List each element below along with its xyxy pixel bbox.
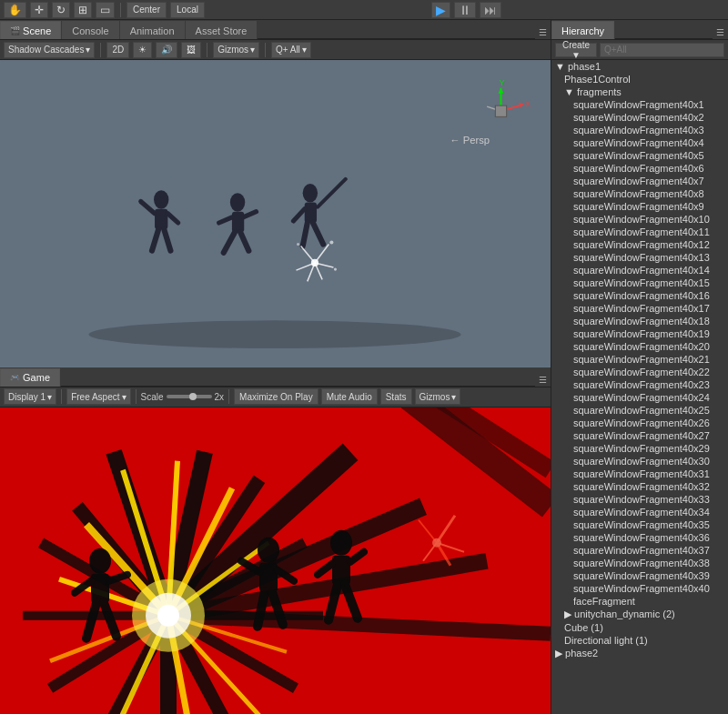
- local-button[interactable]: Local: [170, 2, 205, 18]
- hierarchy-item-sq6[interactable]: squareWindowFragment40x6: [551, 162, 728, 175]
- hierarchy-item-sq12[interactable]: squareWindowFragment40x12: [551, 238, 728, 251]
- svg-text:Y: Y: [499, 78, 504, 87]
- hierarchy-item-sq30[interactable]: squareWindowFragment40x30: [551, 455, 728, 468]
- hierarchy-item-sq11[interactable]: squareWindowFragment40x11: [551, 226, 728, 238]
- hierarchy-item-sq34[interactable]: squareWindowFragment40x34: [551, 506, 728, 518]
- all-dropdown[interactable]: Q+ All ▾: [271, 42, 311, 58]
- tab-hierarchy[interactable]: Hierarchy: [551, 21, 614, 39]
- tab-animation[interactable]: Animation: [120, 21, 185, 39]
- svg-point-28: [329, 240, 333, 244]
- hierarchy-item-phase1control[interactable]: Phase1Control: [551, 73, 728, 85]
- hierarchy-tab-bar: Hierarchy ☰: [551, 20, 728, 40]
- tool-move-button[interactable]: ✛: [30, 2, 48, 18]
- hierarchy-item-sq18[interactable]: squareWindowFragment40x18: [551, 315, 728, 327]
- tab-game[interactable]: 🎮 Game: [0, 368, 60, 387]
- mute-audio-button[interactable]: Mute Audio: [321, 388, 378, 405]
- hierarchy-item-sq13[interactable]: squareWindowFragment40x13: [551, 251, 728, 264]
- tab-scene[interactable]: 🎬 Scene: [0, 21, 61, 39]
- 2d-button[interactable]: 2D: [106, 42, 129, 58]
- scale-label: Scale: [141, 392, 164, 402]
- center-button[interactable]: Center: [126, 2, 167, 18]
- game-gizmos-dropdown[interactable]: Gizmos ▾: [415, 388, 461, 405]
- tab-console[interactable]: Console: [62, 21, 118, 39]
- create-button[interactable]: Create ▼: [555, 43, 597, 57]
- hierarchy-item-sq35[interactable]: squareWindowFragment40x35: [551, 518, 728, 531]
- hierarchy-item-sq32[interactable]: squareWindowFragment40x32: [551, 480, 728, 493]
- svg-point-70: [157, 604, 179, 626]
- scene-light-button[interactable]: ☀: [133, 42, 152, 58]
- scale-control: Scale 2x: [141, 392, 225, 402]
- scale-value: 2x: [215, 392, 225, 402]
- game-sep-2: [136, 389, 136, 404]
- hierarchy-item-sq29[interactable]: squareWindowFragment40x29: [551, 442, 728, 455]
- aspect-dropdown[interactable]: Free Aspect ▾: [66, 388, 130, 405]
- hierarchy-item-sq10[interactable]: squareWindowFragment40x10: [551, 213, 728, 226]
- hierarchy-item-sq15[interactable]: squareWindowFragment40x15: [551, 277, 728, 289]
- hierarchy-item-sq21[interactable]: squareWindowFragment40x21: [551, 353, 728, 366]
- game-sep-1: [61, 389, 62, 404]
- step-button[interactable]: ⏭: [480, 2, 501, 18]
- shadow-cascades-dropdown[interactable]: Shadow Cascades ▾: [4, 42, 95, 58]
- play-button[interactable]: ▶: [431, 2, 450, 18]
- svg-rect-38: [495, 106, 506, 116]
- hierarchy-item-sq36[interactable]: squareWindowFragment40x36: [551, 531, 728, 544]
- hierarchy-panel-menu[interactable]: ☰: [713, 25, 728, 39]
- scene-audio-button[interactable]: 🔊: [156, 42, 177, 58]
- scene-panel-menu[interactable]: ☰: [535, 25, 551, 39]
- hierarchy-item-sq2[interactable]: squareWindowFragment40x2: [551, 111, 728, 124]
- svg-rect-16: [305, 202, 317, 223]
- hierarchy-item-sq5[interactable]: squareWindowFragment40x5: [551, 149, 728, 162]
- hierarchy-item-sq37[interactable]: squareWindowFragment40x37: [551, 544, 728, 557]
- pause-button[interactable]: ⏸: [454, 2, 476, 18]
- hierarchy-item-sq17[interactable]: squareWindowFragment40x17: [551, 302, 728, 315]
- left-panel: 🎬 Scene Console Animation Asset Store ☰ …: [0, 20, 551, 714]
- hierarchy-item-sq9[interactable]: squareWindowFragment40x9: [551, 200, 728, 213]
- scale-slider[interactable]: [167, 395, 212, 398]
- toolbar-separator-1: [120, 3, 121, 17]
- tool-rotate-button[interactable]: ↻: [52, 2, 70, 18]
- hierarchy-item-sq24[interactable]: squareWindowFragment40x24: [551, 391, 728, 404]
- tab-asset-store[interactable]: Asset Store: [186, 21, 258, 39]
- hierarchy-item-cube[interactable]: Cube (1): [551, 621, 728, 634]
- gizmos-dropdown[interactable]: Gizmos ▾: [213, 42, 259, 58]
- hierarchy-item-sq26[interactable]: squareWindowFragment40x26: [551, 417, 728, 429]
- scene-image-button[interactable]: 🖼: [181, 42, 201, 58]
- hierarchy-item-sq14[interactable]: squareWindowFragment40x14: [551, 264, 728, 277]
- tool-rect-button[interactable]: ▭: [96, 2, 115, 18]
- svg-point-71: [89, 548, 111, 573]
- hierarchy-item-sq20[interactable]: squareWindowFragment40x20: [551, 340, 728, 353]
- stats-button[interactable]: Stats: [380, 388, 412, 405]
- game-panel-menu[interactable]: ☰: [535, 373, 551, 387]
- hierarchy-item-face[interactable]: faceFragment: [551, 595, 728, 608]
- hierarchy-item-sq39[interactable]: squareWindowFragment40x39: [551, 569, 728, 582]
- main-layout: 🎬 Scene Console Animation Asset Store ☰ …: [0, 20, 728, 714]
- hierarchy-item-sq19[interactable]: squareWindowFragment40x19: [551, 327, 728, 340]
- tool-hand-button[interactable]: ✋: [4, 2, 26, 18]
- maximize-on-play-button[interactable]: Maximize On Play: [234, 388, 318, 405]
- hierarchy-item-unitychan[interactable]: ▶ unitychan_dynamic (2): [551, 608, 728, 621]
- hierarchy-item-sq8[interactable]: squareWindowFragment40x8: [551, 187, 728, 200]
- display-dropdown[interactable]: Display 1 ▾: [4, 388, 56, 405]
- hierarchy-list[interactable]: ▼ phase1Phase1Control▼ fragmentssquareWi…: [551, 60, 728, 714]
- hierarchy-search-input[interactable]: [600, 43, 724, 57]
- hierarchy-item-sq1[interactable]: squareWindowFragment40x1: [551, 98, 728, 111]
- hierarchy-item-sq7[interactable]: squareWindowFragment40x7: [551, 175, 728, 187]
- hierarchy-item-sq27[interactable]: squareWindowFragment40x27: [551, 429, 728, 442]
- tool-scale-button[interactable]: ⊞: [74, 2, 92, 18]
- hierarchy-item-sq40[interactable]: squareWindowFragment40x40: [551, 582, 728, 595]
- hierarchy-item-directional[interactable]: Directional light (1): [551, 634, 728, 647]
- scene-toolbar: Shadow Cascades ▾ 2D ☀ 🔊 🖼 Gizmos ▾ Q+ A…: [0, 40, 551, 60]
- hierarchy-item-phase2[interactable]: ▶ phase2: [551, 647, 728, 660]
- hierarchy-item-sq33[interactable]: squareWindowFragment40x33: [551, 493, 728, 506]
- hierarchy-item-sq38[interactable]: squareWindowFragment40x38: [551, 557, 728, 569]
- scene-svg: Y X ← Persp: [0, 60, 551, 367]
- hierarchy-item-phase1[interactable]: ▼ phase1: [551, 60, 728, 73]
- hierarchy-item-sq25[interactable]: squareWindowFragment40x25: [551, 404, 728, 417]
- hierarchy-item-sq23[interactable]: squareWindowFragment40x23: [551, 378, 728, 391]
- hierarchy-item-sq22[interactable]: squareWindowFragment40x22: [551, 366, 728, 378]
- hierarchy-item-sq16[interactable]: squareWindowFragment40x16: [551, 289, 728, 302]
- hierarchy-item-sq31[interactable]: squareWindowFragment40x31: [551, 468, 728, 480]
- hierarchy-item-sq4[interactable]: squareWindowFragment40x4: [551, 136, 728, 149]
- hierarchy-item-sq3[interactable]: squareWindowFragment40x3: [551, 124, 728, 136]
- hierarchy-item-fragments[interactable]: ▼ fragments: [551, 85, 728, 98]
